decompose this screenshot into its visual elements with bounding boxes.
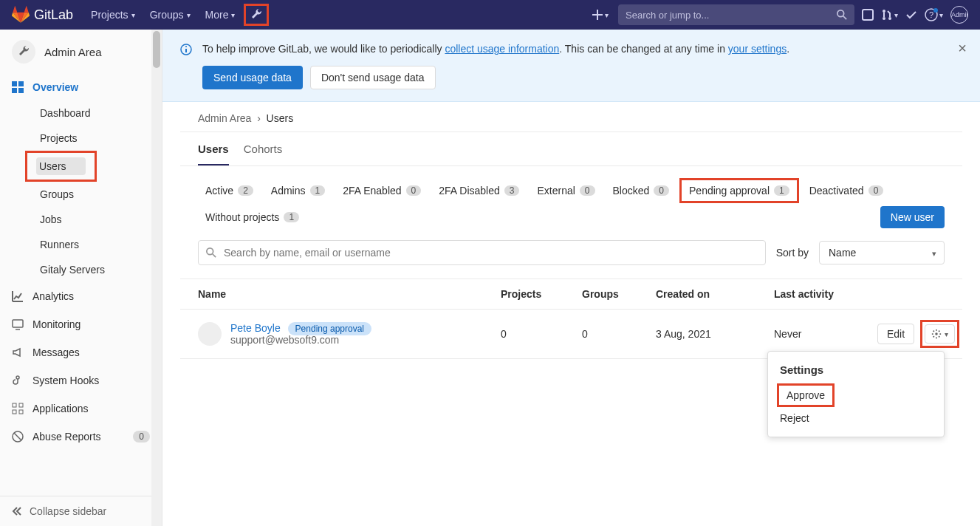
issues-icon[interactable] bbox=[862, 9, 874, 21]
cell-last-activity: Never bbox=[774, 328, 877, 340]
edit-button[interactable]: Edit bbox=[877, 324, 914, 344]
user-search-input[interactable] bbox=[224, 247, 756, 259]
cell-created: 3 Aug, 2021 bbox=[656, 328, 774, 340]
sidebar-monitoring[interactable]: Monitoring bbox=[0, 310, 162, 338]
chevron-down-icon: ▾ bbox=[605, 11, 609, 19]
sidebar-abuse[interactable]: Abuse Reports0 bbox=[0, 423, 162, 451]
abuse-icon bbox=[12, 431, 24, 443]
sort-select[interactable]: Name▾ bbox=[819, 241, 945, 264]
sidebar-item-runners[interactable]: Runners bbox=[28, 232, 162, 257]
wrench-icon bbox=[250, 9, 262, 21]
table-header: Name Projects Groups Created on Last act… bbox=[180, 279, 962, 310]
new-menu[interactable]: ▾ bbox=[590, 4, 611, 25]
user-email: support@websoft9.com bbox=[230, 334, 371, 346]
filter-admins[interactable]: Admins1 bbox=[264, 180, 332, 201]
nav-groups[interactable]: Groups▾ bbox=[143, 3, 198, 27]
svg-rect-11 bbox=[12, 88, 17, 93]
user-search-field[interactable] bbox=[198, 240, 766, 265]
sidebar-overview[interactable]: Overview bbox=[0, 74, 162, 100]
wrench-icon bbox=[12, 40, 35, 64]
your-settings-link[interactable]: your settings bbox=[728, 43, 787, 55]
sidebar-hooks[interactable]: System Hooks bbox=[0, 366, 162, 394]
sidebar-analytics[interactable]: Analytics bbox=[0, 282, 162, 310]
cell-groups: 0 bbox=[582, 328, 656, 340]
nav-more[interactable]: More▾ bbox=[198, 3, 243, 27]
admin-wrench-highlight[interactable] bbox=[244, 4, 269, 26]
svg-point-4 bbox=[883, 17, 885, 20]
chevron-down-icon: ▾ bbox=[932, 249, 936, 259]
svg-point-25 bbox=[207, 248, 213, 255]
svg-point-27 bbox=[935, 332, 938, 335]
chevron-down-icon: ▾ bbox=[187, 11, 191, 19]
merge-requests-icon[interactable]: ▾ bbox=[881, 9, 898, 21]
sidebar-item-jobs[interactable]: Jobs bbox=[28, 207, 162, 232]
overview-icon bbox=[12, 81, 24, 93]
info-icon bbox=[180, 44, 192, 55]
filter-deactivated[interactable]: Deactivated0 bbox=[802, 180, 891, 201]
reject-item[interactable]: Reject bbox=[768, 407, 944, 429]
sidebar-item-users[interactable]: Users bbox=[36, 157, 86, 175]
help-icon[interactable]: ?▾ bbox=[925, 8, 943, 21]
svg-line-26 bbox=[213, 254, 216, 257]
tab-cohorts[interactable]: Cohorts bbox=[244, 143, 283, 165]
gear-icon bbox=[931, 329, 942, 339]
chevron-down-icon: ▾ bbox=[131, 11, 135, 19]
send-usage-button[interactable]: Send usage data bbox=[202, 66, 303, 89]
sidebar-title: Admin Area bbox=[44, 46, 102, 58]
gear-dropdown-button[interactable]: ▾ bbox=[925, 324, 955, 344]
apps-icon bbox=[12, 403, 24, 414]
todos-icon[interactable] bbox=[905, 9, 917, 21]
filter-2fa-enabled[interactable]: 2FA Enabled0 bbox=[335, 180, 428, 201]
search-icon bbox=[206, 247, 216, 258]
sidebar-scrollbar[interactable] bbox=[151, 30, 162, 526]
crumb-admin[interactable]: Admin Area bbox=[198, 112, 251, 124]
new-user-button[interactable]: New user bbox=[880, 206, 945, 228]
svg-point-24 bbox=[185, 46, 187, 47]
sidebar-item-gitaly[interactable]: Gitaly Servers bbox=[28, 257, 162, 282]
svg-point-8 bbox=[933, 8, 938, 13]
chevron-down-icon: ▾ bbox=[939, 11, 943, 19]
sidebar-item-projects[interactable]: Projects bbox=[28, 126, 162, 151]
chevron-down-icon: ▾ bbox=[894, 11, 898, 19]
gitlab-logo[interactable]: GitLab bbox=[12, 6, 73, 24]
filter-external[interactable]: External0 bbox=[530, 180, 602, 201]
svg-rect-16 bbox=[13, 403, 16, 407]
sidebar-item-groups[interactable]: Groups bbox=[28, 182, 162, 207]
sidebar-item-users-highlight: Users bbox=[25, 151, 97, 182]
svg-rect-19 bbox=[19, 410, 23, 414]
svg-point-5 bbox=[888, 17, 891, 20]
svg-rect-10 bbox=[18, 81, 24, 86]
collapse-sidebar[interactable]: Collapse sidebar bbox=[0, 496, 162, 526]
monitoring-icon bbox=[12, 318, 24, 330]
dont-send-usage-button[interactable]: Don't send usage data bbox=[310, 66, 436, 89]
filter-blocked[interactable]: Blocked0 bbox=[606, 180, 677, 201]
filter-2fa-disabled[interactable]: 2FA Disabled3 bbox=[431, 180, 527, 201]
user-avatar bbox=[198, 322, 222, 346]
close-icon[interactable]: × bbox=[958, 40, 967, 57]
sidebar-applications[interactable]: Applications bbox=[0, 394, 162, 423]
user-name-link[interactable]: Pete Boyle bbox=[230, 322, 281, 334]
svg-rect-2 bbox=[863, 10, 873, 20]
analytics-icon bbox=[12, 290, 24, 302]
gear-dropdown-highlight: ▾ bbox=[920, 320, 959, 348]
filter-active[interactable]: Active2 bbox=[198, 180, 261, 201]
global-search[interactable] bbox=[618, 4, 854, 25]
svg-point-0 bbox=[837, 10, 844, 17]
filter-without-projects[interactable]: Without projects1 bbox=[198, 207, 306, 228]
nav-projects[interactable]: Projects▾ bbox=[83, 3, 143, 27]
sort-by-label: Sort by bbox=[776, 247, 809, 259]
hook-icon bbox=[12, 375, 24, 386]
filter-pending-approval-highlight[interactable]: Pending approval1 bbox=[679, 178, 799, 203]
search-input[interactable] bbox=[626, 10, 847, 21]
svg-point-3 bbox=[883, 10, 885, 13]
svg-point-15 bbox=[16, 376, 19, 379]
sidebar-header[interactable]: Admin Area bbox=[0, 30, 162, 74]
banner-text: To help improve GitLab, we would like to… bbox=[202, 41, 789, 57]
sidebar-item-dashboard[interactable]: Dashboard bbox=[28, 100, 162, 126]
cell-projects: 0 bbox=[501, 328, 582, 340]
tab-users[interactable]: Users bbox=[198, 143, 229, 165]
approve-item-highlight[interactable]: Approve bbox=[777, 383, 835, 407]
user-avatar[interactable]: Administrator bbox=[950, 6, 968, 24]
sidebar-messages[interactable]: Messages bbox=[0, 338, 162, 366]
collect-usage-link[interactable]: collect usage information bbox=[445, 43, 559, 55]
